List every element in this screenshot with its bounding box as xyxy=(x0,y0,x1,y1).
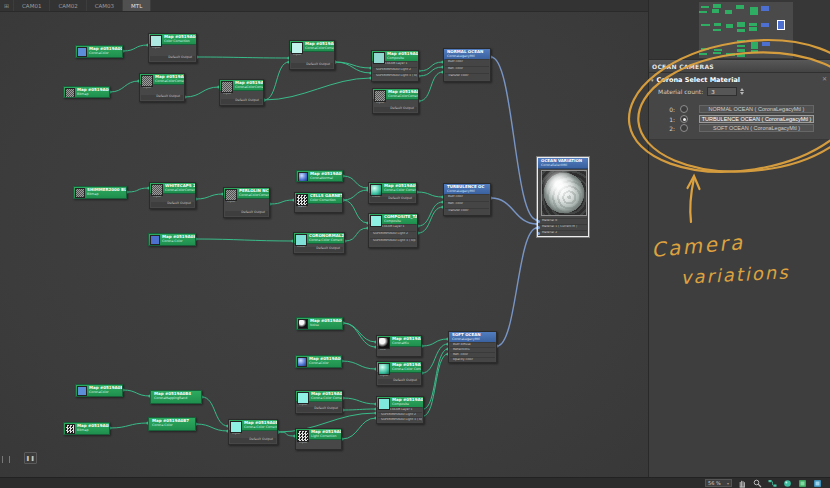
material-radio-0[interactable] xyxy=(680,105,688,113)
graph-node[interactable]: Map #0519A05CCompositeBASE COLOR Layer 1… xyxy=(371,50,419,82)
render-preview-button[interactable] xyxy=(782,478,792,488)
zoom-level-dropdown[interactable]: 56 % ▾ xyxy=(705,479,732,487)
graph-node[interactable]: Map #0519A0049Bitmap xyxy=(63,86,110,98)
graph-node[interactable]: Map #0519A0B2CoronaColor xyxy=(75,384,123,397)
graph-node[interactable]: Map #0519A099CoronaNormal xyxy=(296,170,343,182)
graph-node[interactable]: COMPOSITE_TABCompositeBASE COLOR Layer 1… xyxy=(368,213,418,248)
node-thumbnail xyxy=(378,398,390,410)
spinner-down-icon[interactable] xyxy=(740,92,744,95)
connect-nodes-button[interactable] xyxy=(767,478,777,488)
node-output-label[interactable]: Default Output xyxy=(297,407,341,412)
pan-tool-button[interactable] xyxy=(737,478,747,488)
options-button[interactable] xyxy=(812,478,822,488)
node-slot-row[interactable]: Refl. color xyxy=(445,201,489,208)
graph-node[interactable]: Map #0519A0C5CoronaMixMix xyxy=(376,335,422,357)
slot-dot[interactable] xyxy=(537,220,540,223)
node-graph-canvas[interactable]: Map #0519A0042CoronaColorMap #0519A04LCo… xyxy=(0,12,648,477)
material-count-field[interactable]: 3 xyxy=(707,87,737,96)
graph-node[interactable]: Map #0519A0B5Bitmap xyxy=(63,422,110,435)
node-subtitle: Bitmap xyxy=(77,93,88,97)
node-slot-row[interactable]: Bsdf color xyxy=(445,194,489,201)
graph-node[interactable]: Map #0519A0C7CoronaColor xyxy=(295,355,342,368)
rollout-header[interactable]: ▾Corona Select Material xyxy=(651,76,829,86)
node-output-label[interactable]: Default Output xyxy=(230,438,276,443)
status-bar: 56 % ▾ xyxy=(0,477,830,488)
node-slot-row[interactable]: Transfer color xyxy=(445,208,489,215)
material-library-button[interactable] xyxy=(797,478,807,488)
graph-node[interactable]: Map #0519A0CLCorona Color CorrectInputDe… xyxy=(376,361,422,386)
slot-dot[interactable] xyxy=(537,226,540,229)
node-slot-row[interactable]: Opacity color xyxy=(450,357,495,362)
minimap-node xyxy=(701,48,709,50)
graph-node[interactable]: Map #0519A0C2Noise xyxy=(296,317,343,330)
graph-node[interactable]: SOFT OCEANCoronaLegacyMtlBsdf diffuseRef… xyxy=(448,331,497,363)
node-output-label[interactable]: Default Output xyxy=(225,211,268,216)
node-output-label[interactable]: Default Output xyxy=(141,95,183,100)
node-output-label[interactable]: Default Output xyxy=(374,107,417,112)
material-radio-2[interactable] xyxy=(680,124,688,132)
node-slot-row[interactable]: Refl. color xyxy=(445,66,489,73)
graph-node[interactable]: Map #0519A0D5CompositeBASE COLOR Layer 1… xyxy=(376,396,424,424)
node-slot-row[interactable]: SUPERIMPOSED Light 2 xyxy=(370,231,416,238)
graph-node[interactable]: Map #0519A0051CoronaColorCorrectInputDef… xyxy=(219,79,264,106)
graph-node[interactable]: Map #0519A0BLCorona Color CorrectInputDe… xyxy=(228,419,278,445)
graph-node[interactable]: TURBULENCE OCCoronaLegacyMtlBsdf colorRe… xyxy=(443,183,491,216)
material-button-1[interactable]: TURBULENCE OCEAN ( CoronaLegacyMtl ) xyxy=(699,115,814,123)
graph-node[interactable]: Map #0519A0D2Corona Color CorrectInputDe… xyxy=(295,390,343,414)
graph-node[interactable]: OCEAN VARIATIONCoronaSelectMtlMaterial 0… xyxy=(537,157,589,237)
graph-node[interactable]: SHIMMER2000 BLKBitmap xyxy=(73,186,127,199)
graph-node[interactable]: CORONORMAL2000Corona Color CorrectInputD… xyxy=(293,232,345,254)
node-thumbnail xyxy=(225,189,237,201)
graph-node[interactable]: Map #0519A0047CoronaColorCorrectInputDef… xyxy=(139,73,185,102)
graph-node[interactable]: CELLS GARNETColor CorrectionBasic xyxy=(294,192,343,213)
node-thumbnail xyxy=(298,319,308,329)
close-icon[interactable]: ✕ xyxy=(822,75,827,82)
node-thumbnail xyxy=(150,35,162,47)
graph-node[interactable]: Map #0519A05LCoronaColorCorrectInputDefa… xyxy=(289,40,335,70)
node-output-label[interactable]: Default Output xyxy=(295,247,343,252)
material-index-label: 2: xyxy=(649,125,675,132)
material-radio-1[interactable] xyxy=(680,115,688,123)
node-output-label[interactable]: Default Output xyxy=(151,202,194,207)
graph-node[interactable]: Map #0519A0042CoronaColor xyxy=(75,45,123,58)
graph-node[interactable]: Map #0519A060CoronaColorCorrectInputDefa… xyxy=(372,88,419,114)
minimap-node xyxy=(737,22,745,24)
node-slot-row[interactable]: Material 2 xyxy=(539,230,587,236)
slot-dot[interactable] xyxy=(537,232,540,235)
spinner-up-icon[interactable] xyxy=(740,88,744,91)
material-count-spinner[interactable] xyxy=(738,88,746,96)
navigator-minimap[interactable] xyxy=(699,2,793,58)
minimap-node xyxy=(725,10,732,13)
graph-node[interactable]: Map #0519A0B4CoronaMappingRand xyxy=(150,390,202,404)
node-slot-row[interactable]: Transfer color xyxy=(445,73,489,80)
node-slot-row[interactable]: Bsdf color xyxy=(445,59,489,66)
panel-grip-icon[interactable] xyxy=(2,456,10,463)
node-output-label[interactable]: Default Output xyxy=(221,99,262,104)
material-button-0[interactable]: NORMAL OCEAN ( CoronaLegacyMtl ) xyxy=(699,105,814,113)
graph-node[interactable]: PERLOLIN NCCoronaColorCorrectInputDefaul… xyxy=(223,187,270,218)
panel-title-bar[interactable]: OCEAN CAMERAS xyxy=(649,60,830,73)
node-subtitle: CoronaLegacyMtl xyxy=(447,190,475,194)
node-subtitle: CoronaColorCorrect xyxy=(165,189,196,193)
rollout-collapse-icon[interactable]: ▾ xyxy=(651,77,654,83)
material-button-2[interactable]: SOFT OCEAN ( CoronaLegacyMtl ) xyxy=(699,124,814,132)
node-slot-row[interactable]: SUPERIMPOSED Light 3 ( Op xyxy=(378,417,422,422)
pause-updates-button[interactable]: ❚❚ xyxy=(24,452,37,464)
graph-node[interactable]: Map #0519A09LCorona Color CorrectInputDe… xyxy=(368,182,417,204)
zoom-tool-button[interactable] xyxy=(752,478,762,488)
node-output-label[interactable]: Default Output xyxy=(291,63,333,68)
node-thumbnail xyxy=(373,52,385,64)
minimap-node xyxy=(762,42,770,46)
node-output-label[interactable]: Default Output xyxy=(378,379,420,384)
minimap-node xyxy=(737,45,745,47)
graph-node[interactable]: Map #0519A0D7Light CorrectionInput xyxy=(295,428,342,450)
graph-node[interactable]: NORMAL OCEANCoronaLegacyMtlBsdf colorRef… xyxy=(443,48,491,82)
node-output-label[interactable]: Default Output xyxy=(370,197,415,202)
graph-node[interactable]: Map #0519A04LColor CorrectionInputDefaul… xyxy=(148,33,197,63)
graph-node[interactable]: WHITECAPS 2000CoronaColorCorrectInputDef… xyxy=(149,182,196,209)
node-slot-row[interactable]: SUPERIMPOSED Light 3 ( Op xyxy=(373,73,417,79)
node-output-label[interactable]: Default Output xyxy=(150,56,195,61)
node-slot-row[interactable]: SUPERIMPOSED Light 3 ( Op xyxy=(370,238,416,245)
graph-node[interactable]: Map #0519A0807Corona Color xyxy=(148,233,196,246)
graph-node[interactable]: Map #0519A0B7Corona Color xyxy=(148,417,196,431)
